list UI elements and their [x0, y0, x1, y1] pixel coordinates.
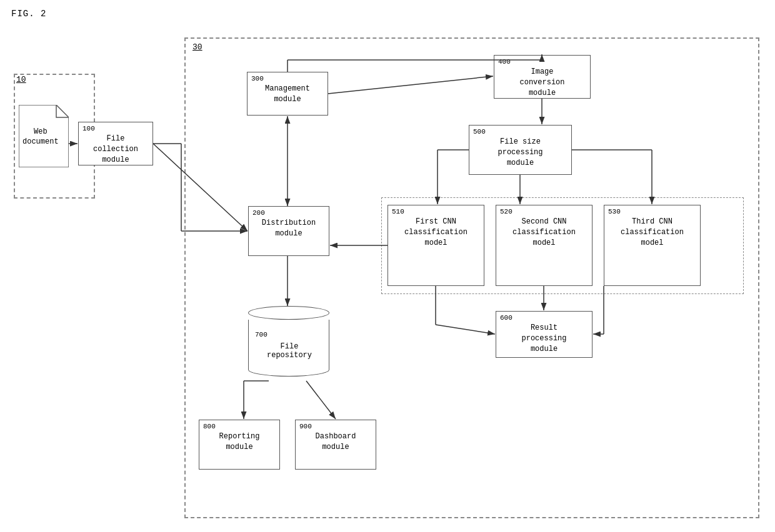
cnn1-module: 510 First CNN classification model: [388, 205, 484, 286]
management-module: 300 Management module: [247, 72, 328, 116]
result-module: 600 Result processing module: [496, 311, 592, 358]
system-id-label: 30: [192, 42, 202, 52]
web-document-label: Webdocument: [22, 127, 59, 147]
reporting-module: 800 Reporting module: [199, 420, 280, 470]
file-repo-label: 700 File repository: [255, 331, 324, 360]
file-size-module: 500 File size processing module: [469, 125, 572, 175]
outer-id-label: 10: [16, 75, 26, 84]
cnn3-module: 530 Third CNN classification model: [604, 205, 701, 286]
cnn2-module: 520 Second CNN classification model: [496, 205, 592, 286]
distribution-module: 200 Distribution module: [248, 206, 329, 256]
fig-label: FIG. 2: [11, 9, 46, 19]
dashboard-module: 900 Dashboard module: [295, 420, 376, 470]
image-conversion-module: 400 Image conversion module: [494, 55, 591, 99]
cylinder-bottom: [248, 363, 329, 377]
file-collection-module: 100 File collection module: [78, 122, 153, 165]
cylinder-top: [248, 306, 329, 320]
